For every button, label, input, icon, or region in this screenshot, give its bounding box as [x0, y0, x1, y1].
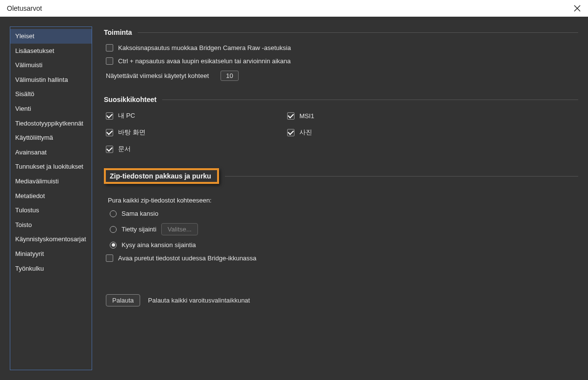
sidebar-item-avainsanat[interactable]: Avainsanat: [10, 145, 92, 160]
section-title-favorites: Suosikkikohteet: [104, 96, 156, 103]
label-ask-location: Kysy aina kansion sijaintia: [122, 241, 196, 249]
reset-row: Palauta Palauta kaikki varoitusvalintaik…: [104, 294, 578, 306]
divider: [162, 100, 578, 100]
main-panel: Yleiset Lisäasetukset Välimuisti Välimui…: [0, 17, 588, 380]
sidebar-item-label: Työnkulku: [15, 265, 44, 272]
sidebar-item-label: Tulostus: [15, 206, 39, 214]
sidebar-item-kayttoliittyma[interactable]: Käyttöliittymä: [10, 130, 92, 145]
sidebar-item-label: Tunnukset ja luokitukset: [15, 163, 83, 170]
sidebar-item-label: Mediavälimuisti: [15, 177, 59, 185]
label-same-folder: Sama kansio: [122, 210, 158, 217]
close-icon[interactable]: [572, 3, 582, 13]
sidebar-item-label: Toisto: [15, 221, 32, 228]
radio-same-folder[interactable]: [110, 210, 117, 217]
label-fav-documents: 문서: [118, 145, 131, 153]
label-doubleclick-raw: Kaksoisnapsautus muokkaa Bridgen Camera …: [118, 44, 291, 51]
sidebar-item-lisaasetukset[interactable]: Lisäasetukset: [10, 44, 92, 58]
sidebar-item-yleiset[interactable]: Yleiset: [10, 29, 92, 44]
sidebar-item-vienti[interactable]: Vienti: [10, 101, 92, 116]
sidebar-item-mediavalimuisti[interactable]: Mediavälimuisti: [10, 174, 92, 189]
sidebar-item-tunnukset-ja-luokitukset[interactable]: Tunnukset ja luokitukset: [10, 159, 92, 174]
label-fav-msi1: MSI1: [299, 112, 314, 120]
sidebar-item-tiedostotyyppikytkennat[interactable]: Tiedostotyyppikytkennät: [10, 116, 92, 131]
sidebar-item-label: Yleiset: [15, 32, 34, 40]
section-title-behavior: Toiminta: [104, 28, 132, 36]
section-title-zip: Zip-tiedoston pakkaus ja purku: [110, 172, 211, 180]
sidebar-item-tyonkulku[interactable]: Työnkulku: [10, 261, 92, 276]
section-behavior: Toiminta Kaksoisnapsautus muokkaa Bridge…: [104, 28, 578, 84]
sidebar-item-label: Tiedostotyyppikytkennät: [15, 120, 83, 127]
sidebar-item-kaynnistyskomentosarjat[interactable]: Käynnistyskomentosarjat: [10, 232, 92, 247]
radio-specific-location[interactable]: [110, 226, 117, 233]
content-panel: Toiminta Kaksoisnapsautus muokkaa Bridge…: [104, 26, 580, 370]
choose-location-button[interactable]: Valitse...: [161, 223, 198, 235]
reset-button[interactable]: Palauta: [106, 294, 140, 306]
checkbox-fav-mypc[interactable]: [106, 112, 113, 120]
sidebar: Yleiset Lisäasetukset Välimuisti Välimui…: [10, 26, 92, 370]
sidebar-item-miniatyyrit[interactable]: Miniatyyrit: [10, 247, 92, 261]
checkbox-fav-msi1[interactable]: [287, 112, 294, 120]
label-ctrl-click-loupe: Ctrl + napsautus avaa luupin esikatselun…: [118, 57, 291, 65]
label-specific-location: Tietty sijainti: [122, 226, 156, 233]
highlight-zip-title: Zip-tiedoston pakkaus ja purku: [104, 168, 219, 184]
label-fav-mypc: 내 PC: [118, 111, 135, 120]
sidebar-item-tulostus[interactable]: Tulostus: [10, 203, 92, 218]
checkbox-fav-documents[interactable]: [106, 146, 113, 153]
label-fav-photos: 사진: [299, 128, 312, 137]
checkbox-ctrl-click-loupe[interactable]: [106, 57, 113, 65]
input-recent-items[interactable]: 10: [220, 71, 238, 81]
sidebar-item-label: Käyttöliittymä: [15, 134, 53, 141]
sidebar-item-toisto[interactable]: Toisto: [10, 218, 92, 232]
sidebar-item-label: Metatiedot: [15, 192, 45, 200]
radio-ask-location[interactable]: [110, 242, 117, 249]
sidebar-item-label: Käynnistyskomentosarjat: [15, 235, 86, 243]
sidebar-item-label: Lisäasetukset: [15, 47, 54, 54]
sidebar-item-label: Miniatyyrit: [15, 250, 44, 257]
sidebar-item-sisalto[interactable]: Sisältö: [10, 87, 92, 101]
checkbox-fav-photos[interactable]: [287, 129, 294, 136]
window-title: Oletusarvot: [7, 4, 42, 12]
sidebar-item-label: Vienti: [15, 105, 31, 112]
checkbox-fav-desktop[interactable]: [106, 129, 113, 136]
sidebar-item-label: Avainsanat: [15, 149, 47, 156]
sidebar-item-metatiedot[interactable]: Metatiedot: [10, 189, 92, 203]
label-extract-to: Pura kaikki zip-tiedostot kohteeseen:: [104, 193, 578, 207]
sidebar-item-label: Sisältö: [15, 90, 34, 98]
sidebar-item-valimuistin-hallinta[interactable]: Välimuistin hallinta: [10, 73, 92, 87]
sidebar-item-valimuisti[interactable]: Välimuisti: [10, 58, 92, 73]
reset-label: Palauta kaikki varoitusvalintaikkunat: [148, 297, 250, 304]
label-recent-items: Näytettävät viimeksi käytetyt kohteet: [106, 72, 209, 79]
divider: [225, 176, 578, 177]
label-open-extracted: Avaa puretut tiedostot uudessa Bridge-ik…: [118, 254, 256, 262]
sidebar-item-label: Välimuistin hallinta: [15, 76, 68, 83]
section-favorites: Suosikkikohteet 내 PC MSI1 바탕 화면: [104, 96, 578, 156]
checkbox-open-extracted[interactable]: [106, 254, 113, 262]
label-fav-desktop: 바탕 화면: [118, 128, 146, 137]
title-bar: Oletusarvot: [0, 0, 588, 17]
sidebar-item-label: Välimuisti: [15, 61, 43, 69]
section-zip: Zip-tiedoston pakkaus ja purku Pura kaik…: [104, 168, 578, 306]
divider: [138, 32, 578, 33]
checkbox-doubleclick-raw[interactable]: [106, 44, 113, 51]
